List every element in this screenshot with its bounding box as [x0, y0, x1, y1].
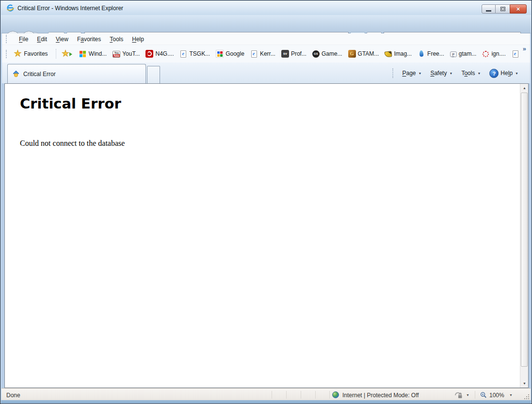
menu-items: File Edit View Favorites Tools Help	[15, 34, 148, 44]
flame-icon	[418, 50, 425, 58]
favorites-separator	[56, 49, 56, 59]
favorites-item-kerr[interactable]: e Kerr...	[248, 49, 278, 59]
menu-edit[interactable]: Edit	[32, 34, 51, 44]
ie-logo-icon	[6, 4, 15, 12]
zoom-dropdown-icon[interactable]: ▼	[509, 393, 513, 397]
status-bar: Done Internet | Protected Mode: Off ▼ 10…	[1, 388, 531, 401]
youtube-icon: YouTube	[113, 51, 120, 58]
title-bar[interactable]: Critical Error - Windows Internet Explor…	[1, 1, 531, 15]
help-icon: ?	[489, 69, 499, 78]
page-viewport: Critical Error Could not connect to the …	[4, 83, 529, 388]
minimize-button[interactable]	[482, 4, 496, 14]
favorites-item-windows-live[interactable]: Wind...	[77, 48, 109, 59]
menu-view[interactable]: View	[51, 34, 73, 44]
windows-icon	[79, 50, 87, 58]
tab-title: Critical Error	[23, 71, 56, 78]
ie-page-icon: e	[180, 50, 186, 58]
zoom-level[interactable]: 100%	[489, 392, 504, 399]
help-menu-button[interactable]: ? Help ▼	[486, 67, 521, 80]
favorites-button-label: Favorites	[24, 50, 48, 57]
menu-file[interactable]: File	[15, 34, 32, 44]
menu-favorites[interactable]: Favorites	[73, 34, 105, 44]
tab-row: Critical Error Page ▼ Safety ▼ Tools ▼ ?…	[2, 62, 530, 83]
menu-tools[interactable]: Tools	[105, 34, 128, 44]
dropdown-icon: ▼	[477, 72, 481, 75]
google-icon	[216, 50, 224, 58]
dropdown-icon: ▼	[418, 72, 421, 75]
favorites-bar-gripper[interactable]	[6, 50, 7, 58]
security-zone-text[interactable]: Internet | Protected Mode: Off	[342, 392, 419, 399]
close-icon: ×	[516, 5, 520, 13]
command-bar: Page ▼ Safety ▼ Tools ▼ ? Help ▼	[392, 67, 524, 79]
status-text: Done	[6, 392, 20, 399]
privacy-refresh-lock-icon[interactable]	[454, 391, 464, 399]
dropdown-icon: ▼	[449, 72, 452, 75]
favorites-item-gamespot[interactable]: GS Game...	[310, 49, 345, 59]
page-heading: Critical Error	[20, 95, 528, 112]
favorites-item-tsgk[interactable]: e TSGK...	[177, 49, 212, 59]
ign-icon	[483, 51, 489, 57]
restore-icon	[500, 7, 505, 11]
ie-page-icon: e	[513, 50, 518, 58]
command-bar-separator	[392, 68, 393, 78]
close-button[interactable]: ×	[510, 4, 527, 14]
error-message: Could not connect to the database	[20, 139, 528, 148]
favorites-item-ldr[interactable]: e L Dr...	[509, 49, 518, 59]
favorites-item-google[interactable]: Google	[213, 48, 247, 59]
window-title: Critical Error - Windows Internet Explor…	[17, 5, 123, 12]
add-to-favorites-bar-button[interactable]: ★	[60, 49, 74, 59]
statusbar-separator	[286, 391, 287, 399]
dropdown-icon: ▼	[515, 72, 518, 75]
statusbar-separator	[315, 391, 316, 399]
statusbar-separator	[301, 391, 301, 399]
menu-bar: File Edit View Favorites Tools Help	[2, 33, 530, 45]
page-menu-button[interactable]: Page ▼	[399, 68, 424, 78]
scrollbar-thumb[interactable]	[521, 93, 528, 367]
add-favorite-arrow-icon	[69, 52, 74, 56]
vertical-scrollbar[interactable]: ▲ ▼	[520, 84, 528, 388]
favorites-item-prof[interactable]: sv Prof...	[279, 48, 309, 59]
restore-button[interactable]	[496, 4, 510, 14]
favorites-item-gtam[interactable]: G GTAM...	[346, 48, 382, 59]
browser-window: Critical Error - Windows Internet Explor…	[0, 0, 532, 404]
favorites-star-icon: ★	[14, 50, 21, 58]
internet-zone-globe-icon	[332, 391, 339, 398]
scroll-up-button[interactable]: ▲	[520, 84, 529, 92]
imageshack-icon	[385, 51, 392, 58]
p-bubble-icon: P	[450, 51, 457, 57]
privacy-dropdown-icon[interactable]: ▼	[466, 393, 469, 397]
menubar-gripper[interactable]	[6, 35, 7, 43]
menu-help[interactable]: Help	[128, 34, 148, 44]
navigation-bar: ▼ http://forum.tsgk.com/viewtopic.php?p=	[1, 15, 531, 33]
tab-favicon	[12, 70, 20, 78]
new-tab-stub[interactable]	[147, 66, 160, 83]
statusbar-separator	[329, 391, 330, 399]
resize-grip[interactable]	[523, 393, 529, 399]
window-controls: ×	[482, 4, 527, 14]
favorites-item-imageshack[interactable]: Imag...	[382, 49, 414, 59]
sv-icon: sv	[281, 50, 289, 58]
add-favorite-star-icon: ★	[62, 50, 69, 58]
safety-menu-button[interactable]: Safety ▼	[427, 68, 455, 78]
favorites-item-n4g[interactable]: N4G....	[143, 48, 176, 59]
favorites-item-gtam-bubble[interactable]: P gtam...	[448, 49, 479, 59]
gta-icon: G	[348, 50, 356, 58]
favorites-item-youtube[interactable]: YouTube YouT...	[110, 49, 142, 59]
favorites-item-freewebs[interactable]: Free...	[415, 48, 447, 59]
more-favorites-chevron-icon[interactable]: »	[523, 45, 526, 52]
ie-page-icon: e	[251, 50, 257, 58]
scroll-down-button[interactable]: ▼	[520, 379, 529, 388]
favorites-bar: ★ Favorites ★ Wind... YouTube YouT... N4…	[2, 45, 530, 62]
zoom-magnifier-icon[interactable]	[480, 391, 487, 399]
gamespot-icon: GS	[312, 50, 320, 58]
tools-menu-button[interactable]: Tools ▼	[458, 68, 484, 78]
statusbar-separator	[272, 391, 272, 399]
favorites-button[interactable]: ★ Favorites	[11, 48, 51, 59]
favorites-item-ign[interactable]: ign....	[480, 49, 508, 59]
n4g-icon	[145, 50, 153, 58]
tab-critical-error[interactable]: Critical Error	[7, 64, 146, 83]
favorites-bar-items: ★ Favorites ★ Wind... YouTube YouT... N4…	[2, 45, 518, 62]
statusbar-separator	[475, 391, 475, 399]
minimize-icon	[486, 10, 491, 12]
window-bottom-border	[1, 400, 531, 403]
